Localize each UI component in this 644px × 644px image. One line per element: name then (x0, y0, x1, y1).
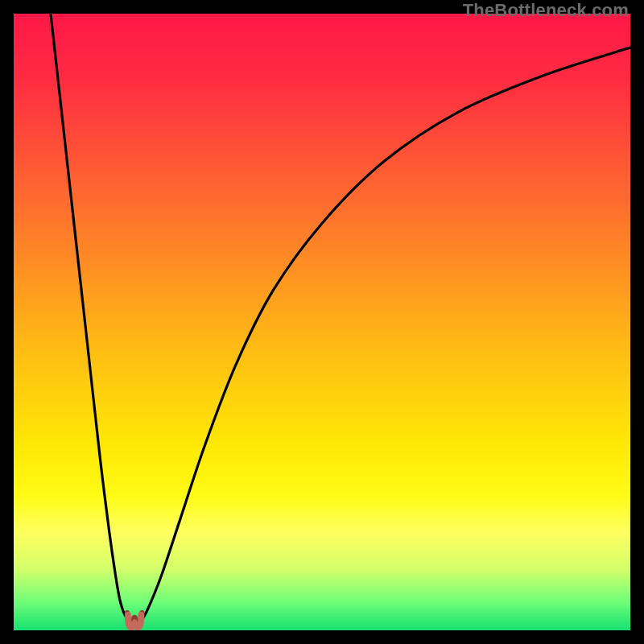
bottleneck-chart-canvas (14, 14, 630, 630)
watermark-text: TheBottleneck.com (463, 0, 629, 21)
chart-frame (14, 14, 630, 630)
